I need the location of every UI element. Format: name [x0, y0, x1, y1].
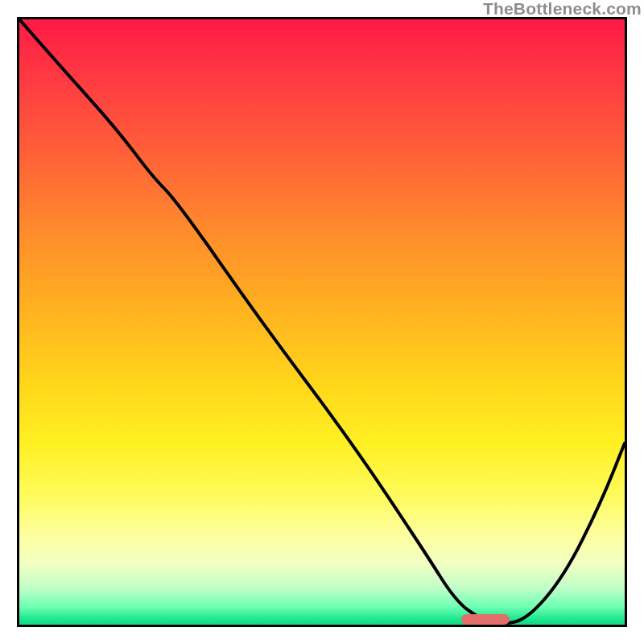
watermark-text: TheBottleneck.com — [483, 0, 642, 19]
chart-frame — [17, 17, 627, 627]
chart-plot-area — [19, 19, 625, 625]
optimal-range-marker — [461, 614, 510, 625]
bottleneck-curve — [19, 19, 625, 625]
